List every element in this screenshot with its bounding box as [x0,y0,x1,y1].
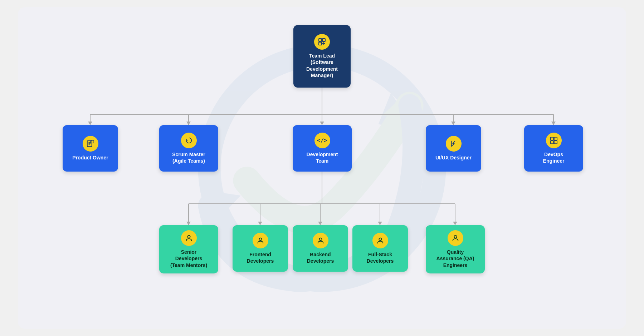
svg-rect-29 [319,42,322,45]
senior-dev-label: Senior Developers (Team Mentors) [170,249,207,268]
dev-team-label: Development Team [307,151,338,164]
frontend-label: Frontend Developers [247,251,274,264]
svg-rect-32 [87,141,92,147]
svg-point-43 [259,238,262,240]
fullstack-icon [372,233,388,248]
svg-point-44 [319,238,322,240]
svg-marker-13 [451,122,455,125]
fullstack-label: Full-Stack Developers [367,251,394,264]
manager-icon [314,34,330,50]
node-devops-engineer: DevOps Engineer [524,125,583,172]
svg-marker-12 [320,122,324,125]
node-senior-developers: Senior Developers (Team Mentors) [159,225,218,273]
svg-marker-10 [88,122,92,125]
canvas: Team Lead (Software Development Manager)… [18,7,626,329]
node-team-lead: Team Lead (Software Development Manager) [293,25,351,88]
backend-label: Backend Developers [307,251,334,264]
svg-rect-28 [322,39,325,41]
svg-marker-22 [186,222,191,225]
product-owner-label: Product Owner [72,154,108,161]
node-frontend-developers: Frontend Developers [233,225,288,272]
svg-marker-24 [318,222,322,225]
svg-rect-41 [554,141,557,144]
node-fullstack-developers: Full-Stack Developers [352,225,408,272]
svg-marker-11 [186,122,191,125]
node-backend-developers: Backend Developers [293,225,348,272]
svg-marker-25 [378,222,382,225]
svg-marker-23 [258,222,262,225]
svg-marker-26 [453,222,457,225]
senior-dev-icon [181,230,197,246]
svg-rect-40 [550,141,553,144]
product-owner-icon [83,136,98,152]
node-qa-engineers: Quality Assurance (QA) Engineers [426,225,485,273]
svg-marker-14 [551,122,556,125]
svg-rect-27 [319,39,322,41]
node-uiux-designer: UI/UX Designer [426,125,481,172]
backend-icon [313,233,328,248]
qa-label: Quality Assurance (QA) Engineers [436,249,474,268]
scrum-master-icon [181,133,197,148]
node-scrum-master: Scrum Master (Agile Teams) [159,125,218,172]
frontend-icon [253,233,268,248]
node-dev-team: </> Development Team [293,125,352,172]
scrum-master-label: Scrum Master (Agile Teams) [172,151,205,164]
devops-label: DevOps Engineer [543,151,565,164]
uiux-label: UI/UX Designer [435,154,472,161]
org-chart: Team Lead (Software Development Manager)… [36,14,608,322]
svg-point-45 [379,238,381,240]
svg-point-46 [454,236,457,238]
team-lead-label: Team Lead (Software Development Manager) [306,53,338,79]
svg-point-42 [187,236,190,238]
qa-icon [448,230,463,246]
svg-rect-38 [550,137,553,140]
svg-marker-37 [186,139,188,140]
devops-icon [546,133,562,148]
uiux-icon [446,136,462,152]
dev-team-icon: </> [314,133,330,148]
node-product-owner: Product Owner [63,125,118,172]
svg-rect-39 [554,137,557,140]
